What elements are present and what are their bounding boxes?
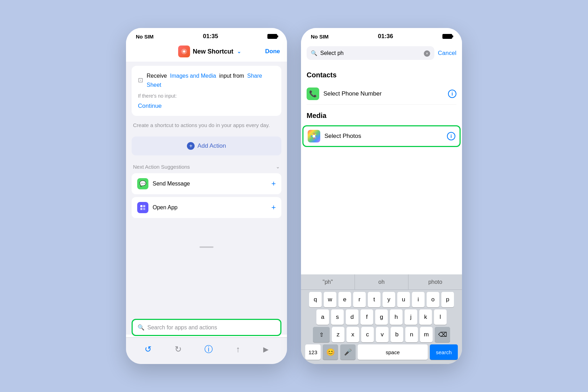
key-v[interactable]: v [376, 327, 388, 342]
result-photos-left: Select Photos [308, 130, 361, 142]
undo-button[interactable]: ↺ [145, 344, 152, 354]
suggestion-oh-text: oh [378, 279, 385, 285]
receive-text: Receive Images and Media input from Shar… [147, 71, 275, 89]
key-p[interactable]: p [441, 292, 454, 307]
keyboard: "ph" oh photo q w e r t y u i o p [301, 274, 462, 364]
cancel-button[interactable]: Cancel [438, 50, 456, 57]
receive-input-type[interactable]: Images and Media [170, 73, 216, 79]
search-key[interactable]: search [430, 344, 458, 360]
suggestions-chevron[interactable]: ⌄ [276, 164, 280, 169]
no-input-label: If there's no input: [138, 92, 275, 100]
key-u[interactable]: u [397, 292, 410, 307]
send-message-label: Send Message [153, 181, 190, 187]
key-x[interactable]: x [346, 327, 359, 342]
receive-prefix: Receive [147, 73, 167, 79]
suggestion-ph-text: "ph" [323, 279, 333, 285]
key-r[interactable]: r [353, 292, 366, 307]
search-input-container[interactable]: 🔍 Select ph × [307, 46, 434, 60]
suggestion-oh[interactable]: oh [355, 274, 409, 289]
key-o[interactable]: o [427, 292, 439, 307]
key-l[interactable]: l [434, 309, 447, 325]
suggestion-photo[interactable]: photo [408, 274, 462, 289]
key-g[interactable]: g [375, 309, 388, 325]
carrier-left: No SIM [136, 34, 154, 40]
share-button[interactable]: ↑ [236, 344, 240, 354]
done-button[interactable]: Done [265, 48, 280, 55]
suggestion-photo-text: photo [428, 279, 442, 285]
key-m[interactable]: m [420, 327, 433, 342]
suggestions-header: Next Action Suggestions ⌄ [132, 164, 281, 173]
suggestion-ph[interactable]: "ph" [301, 274, 355, 289]
clear-search-button[interactable]: × [424, 49, 430, 57]
key-i[interactable]: i [412, 292, 425, 307]
continue-button[interactable]: Continue [138, 103, 162, 110]
suggestions-title: Next Action Suggestions [133, 164, 190, 170]
kbd-last-row: 123 😊 🎤 space search [302, 344, 461, 360]
phone-info-button[interactable]: i [448, 90, 456, 98]
search-query-text: Select ph [320, 50, 421, 56]
suggestion-left-msg: 💬 Send Message [137, 178, 190, 189]
suggestion-send-message[interactable]: 💬 Send Message + [132, 173, 281, 194]
key-q[interactable]: q [309, 292, 322, 307]
redo-button[interactable]: ↻ [175, 344, 182, 354]
suggestion-left-app: Open App [137, 202, 177, 213]
photos-info-button[interactable]: i [447, 132, 455, 140]
svg-point-5 [313, 135, 315, 138]
key-d[interactable]: d [346, 309, 358, 325]
receive-middle: input from [219, 73, 244, 79]
key-s[interactable]: s [331, 309, 344, 325]
emoji-key[interactable]: 😊 [323, 344, 338, 360]
key-z[interactable]: z [332, 327, 344, 342]
add-action-label: Add Action [197, 142, 226, 149]
chevron-icon[interactable]: ⌄ [237, 49, 241, 54]
results-container: Contacts 📞 Select Phone Number i Media [301, 64, 462, 147]
key-h[interactable]: h [390, 309, 402, 325]
key-n[interactable]: n [405, 327, 418, 342]
num-key[interactable]: 123 [305, 344, 321, 360]
key-y[interactable]: y [383, 292, 395, 307]
key-w[interactable]: w [324, 292, 336, 307]
result-select-photos[interactable]: Select Photos i [302, 125, 461, 147]
play-button[interactable]: ▶ [263, 345, 268, 354]
shift-key[interactable]: ⇧ [313, 327, 330, 342]
nav-title-text: New Shortcut [193, 48, 233, 55]
status-bar-left: No SIM 01:35 [126, 28, 287, 43]
key-f[interactable]: f [360, 309, 373, 325]
kbd-row-3: ⇧ z x c v b n m ⌫ [302, 327, 461, 342]
key-t[interactable]: t [368, 292, 380, 307]
info-button[interactable]: ⓘ [204, 344, 213, 355]
photos-result-icon [308, 130, 320, 142]
add-open-app[interactable]: + [271, 203, 276, 212]
svg-point-9 [316, 135, 317, 137]
select-phone-label: Select Phone Number [323, 90, 382, 97]
svg-point-13 [315, 137, 316, 139]
key-j[interactable]: j [405, 309, 417, 325]
section-media: Media [307, 105, 456, 124]
suggestion-open-app[interactable]: Open App + [132, 197, 281, 218]
add-action-button[interactable]: + Add Action [132, 136, 281, 155]
result-select-phone[interactable]: 📞 Select Phone Number i [307, 83, 456, 105]
receive-card: ⊡ Receive Images and Media input from Sh… [132, 66, 281, 116]
description-text: Create a shortcut to actions you do in y… [133, 121, 280, 130]
carrier-right: No SIM [311, 34, 329, 40]
keyboard-rows: q w e r t y u i o p a s d f g h j k [301, 290, 462, 364]
space-key[interactable]: space [358, 344, 428, 360]
key-b[interactable]: b [391, 327, 403, 342]
battery-area-right [442, 34, 452, 39]
add-send-message[interactable]: + [271, 179, 276, 188]
result-phone-left: 📞 Select Phone Number [307, 88, 382, 100]
key-k[interactable]: k [419, 309, 432, 325]
search-bottom-bar[interactable]: 🔍 Search for apps and actions [132, 319, 281, 336]
status-bar-right: No SIM 01:36 [301, 28, 462, 43]
nav-title-left: New Shortcut ⌄ [178, 46, 241, 57]
svg-point-6 [313, 133, 315, 134]
plus-circle-icon: + [187, 142, 195, 150]
key-e[interactable]: e [338, 292, 351, 307]
mic-key[interactable]: 🎤 [340, 344, 356, 360]
svg-rect-1 [140, 205, 142, 207]
delete-key[interactable]: ⌫ [435, 327, 450, 342]
time-left: 01:35 [203, 33, 218, 40]
receive-icon: ⊡ [138, 75, 143, 85]
key-c[interactable]: c [361, 327, 374, 342]
key-a[interactable]: a [316, 309, 329, 325]
